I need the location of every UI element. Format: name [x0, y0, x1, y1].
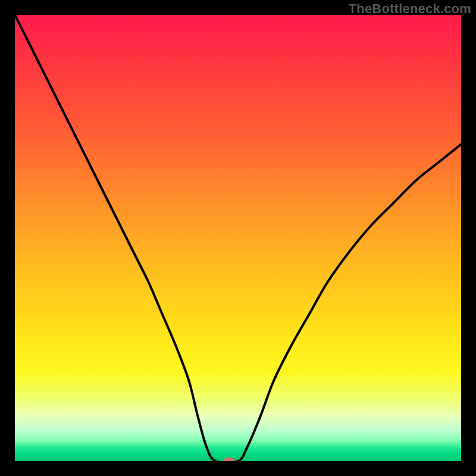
bottleneck-curve-line: [15, 15, 461, 461]
chart-container: TheBottleneck.com: [0, 0, 476, 476]
optimal-point-marker: [224, 458, 234, 461]
watermark-text: TheBottleneck.com: [349, 1, 471, 17]
plot-area: [15, 15, 461, 461]
curve-svg: [15, 15, 461, 461]
